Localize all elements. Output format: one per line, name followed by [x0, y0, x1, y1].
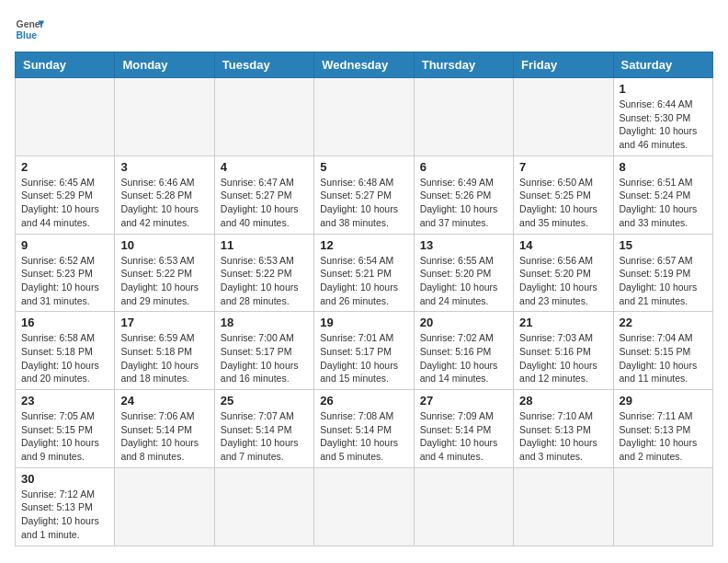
calendar-cell: 3Sunrise: 6:46 AM Sunset: 5:28 PM Daylig… — [115, 155, 214, 234]
day-info: Sunrise: 7:08 AM Sunset: 5:14 PM Dayligh… — [320, 409, 407, 464]
week-row-2: 2Sunrise: 6:45 AM Sunset: 5:29 PM Daylig… — [16, 155, 713, 234]
calendar-cell — [514, 467, 613, 546]
calendar-cell: 8Sunrise: 6:51 AM Sunset: 5:24 PM Daylig… — [613, 155, 712, 234]
weekday-tuesday: Tuesday — [214, 52, 313, 78]
calendar-cell: 1Sunrise: 6:44 AM Sunset: 5:30 PM Daylig… — [613, 78, 712, 156]
weekday-saturday: Saturday — [613, 52, 712, 78]
calendar-cell — [414, 467, 513, 546]
calendar-cell: 11Sunrise: 6:53 AM Sunset: 5:22 PM Dayli… — [214, 234, 313, 312]
day-info: Sunrise: 7:11 AM Sunset: 5:13 PM Dayligh… — [620, 409, 707, 464]
calendar-cell: 6Sunrise: 6:49 AM Sunset: 5:26 PM Daylig… — [414, 155, 513, 234]
weekday-wednesday: Wednesday — [314, 52, 414, 78]
day-info: Sunrise: 6:59 AM Sunset: 5:18 PM Dayligh… — [120, 331, 208, 385]
day-number: 5 — [320, 160, 407, 174]
day-info: Sunrise: 6:55 AM Sunset: 5:20 PM Dayligh… — [420, 254, 507, 308]
day-info: Sunrise: 7:04 AM Sunset: 5:15 PM Dayligh… — [620, 331, 707, 385]
calendar-cell: 16Sunrise: 6:58 AM Sunset: 5:18 PM Dayli… — [16, 312, 115, 390]
calendar-cell — [613, 467, 712, 546]
day-info: Sunrise: 6:56 AM Sunset: 5:20 PM Dayligh… — [519, 254, 607, 308]
calendar-cell — [214, 78, 313, 156]
day-info: Sunrise: 7:09 AM Sunset: 5:14 PM Dayligh… — [420, 409, 507, 464]
day-info: Sunrise: 6:51 AM Sunset: 5:24 PM Dayligh… — [620, 176, 707, 230]
calendar-cell: 29Sunrise: 7:11 AM Sunset: 5:13 PM Dayli… — [613, 390, 712, 468]
calendar-cell: 4Sunrise: 6:47 AM Sunset: 5:27 PM Daylig… — [214, 155, 313, 234]
calendar-cell: 21Sunrise: 7:03 AM Sunset: 5:16 PM Dayli… — [514, 312, 613, 390]
weekday-header-row: SundayMondayTuesdayWednesdayThursdayFrid… — [16, 52, 713, 78]
day-number: 3 — [120, 160, 208, 174]
weekday-friday: Friday — [514, 52, 613, 78]
calendar-cell — [514, 78, 613, 156]
day-number: 23 — [21, 394, 108, 408]
day-number: 24 — [120, 394, 208, 408]
day-info: Sunrise: 6:50 AM Sunset: 5:25 PM Dayligh… — [519, 176, 607, 230]
calendar-cell: 17Sunrise: 6:59 AM Sunset: 5:18 PM Dayli… — [115, 312, 214, 390]
calendar-cell: 7Sunrise: 6:50 AM Sunset: 5:25 PM Daylig… — [514, 155, 613, 234]
day-info: Sunrise: 6:49 AM Sunset: 5:26 PM Dayligh… — [420, 176, 507, 230]
calendar-cell: 5Sunrise: 6:48 AM Sunset: 5:27 PM Daylig… — [314, 155, 414, 234]
calendar-cell: 2Sunrise: 6:45 AM Sunset: 5:29 PM Daylig… — [16, 155, 115, 234]
day-number: 21 — [519, 316, 607, 329]
day-number: 6 — [420, 160, 507, 174]
header: General Blue — [15, 15, 713, 44]
calendar-cell — [414, 78, 513, 156]
calendar-cell: 20Sunrise: 7:02 AM Sunset: 5:16 PM Dayli… — [414, 312, 513, 390]
calendar-cell: 24Sunrise: 7:06 AM Sunset: 5:14 PM Dayli… — [115, 390, 214, 468]
weekday-sunday: Sunday — [16, 52, 115, 78]
day-number: 17 — [120, 316, 208, 329]
calendar-cell: 23Sunrise: 7:05 AM Sunset: 5:15 PM Dayli… — [16, 390, 115, 468]
day-info: Sunrise: 6:52 AM Sunset: 5:23 PM Dayligh… — [21, 254, 108, 308]
logo: General Blue — [15, 15, 44, 44]
day-info: Sunrise: 6:58 AM Sunset: 5:18 PM Dayligh… — [21, 331, 108, 385]
day-number: 12 — [320, 238, 407, 252]
day-number: 14 — [519, 238, 607, 252]
day-info: Sunrise: 7:00 AM Sunset: 5:17 PM Dayligh… — [221, 331, 308, 385]
day-info: Sunrise: 7:06 AM Sunset: 5:14 PM Dayligh… — [120, 409, 208, 464]
calendar-cell: 9Sunrise: 6:52 AM Sunset: 5:23 PM Daylig… — [16, 234, 115, 312]
day-info: Sunrise: 6:54 AM Sunset: 5:21 PM Dayligh… — [320, 254, 407, 308]
day-info: Sunrise: 6:53 AM Sunset: 5:22 PM Dayligh… — [120, 254, 208, 308]
logo-icon: General Blue — [15, 15, 44, 44]
calendar-cell: 25Sunrise: 7:07 AM Sunset: 5:14 PM Dayli… — [214, 390, 313, 468]
calendar-cell — [214, 467, 313, 546]
day-number: 4 — [221, 160, 308, 174]
day-info: Sunrise: 7:10 AM Sunset: 5:13 PM Dayligh… — [519, 409, 607, 464]
day-info: Sunrise: 6:46 AM Sunset: 5:28 PM Dayligh… — [120, 176, 208, 230]
weekday-thursday: Thursday — [414, 52, 513, 78]
day-number: 30 — [21, 472, 108, 486]
calendar-cell: 13Sunrise: 6:55 AM Sunset: 5:20 PM Dayli… — [414, 234, 513, 312]
calendar-cell: 12Sunrise: 6:54 AM Sunset: 5:21 PM Dayli… — [314, 234, 414, 312]
day-number: 18 — [221, 316, 308, 329]
day-number: 20 — [420, 316, 507, 329]
day-number: 7 — [519, 160, 607, 174]
day-info: Sunrise: 6:44 AM Sunset: 5:30 PM Dayligh… — [620, 98, 707, 152]
calendar-cell: 14Sunrise: 6:56 AM Sunset: 5:20 PM Dayli… — [514, 234, 613, 312]
day-number: 15 — [620, 238, 707, 252]
week-row-6: 30Sunrise: 7:12 AM Sunset: 5:13 PM Dayli… — [16, 467, 713, 546]
svg-text:Blue: Blue — [17, 30, 38, 40]
day-info: Sunrise: 7:07 AM Sunset: 5:14 PM Dayligh… — [221, 409, 308, 464]
day-number: 10 — [120, 238, 208, 252]
calendar-cell: 19Sunrise: 7:01 AM Sunset: 5:17 PM Dayli… — [314, 312, 414, 390]
calendar-cell: 27Sunrise: 7:09 AM Sunset: 5:14 PM Dayli… — [414, 390, 513, 468]
day-number: 2 — [21, 160, 108, 174]
day-number: 13 — [420, 238, 507, 252]
calendar-cell: 30Sunrise: 7:12 AM Sunset: 5:13 PM Dayli… — [16, 467, 115, 546]
day-number: 16 — [21, 316, 108, 329]
day-info: Sunrise: 7:03 AM Sunset: 5:16 PM Dayligh… — [519, 331, 607, 385]
week-row-3: 9Sunrise: 6:52 AM Sunset: 5:23 PM Daylig… — [16, 234, 713, 312]
day-info: Sunrise: 7:02 AM Sunset: 5:16 PM Dayligh… — [420, 331, 507, 385]
day-number: 9 — [21, 238, 108, 252]
day-number: 28 — [519, 394, 607, 408]
day-number: 1 — [620, 82, 707, 96]
calendar-cell: 15Sunrise: 6:57 AM Sunset: 5:19 PM Dayli… — [613, 234, 712, 312]
calendar-cell — [314, 78, 414, 156]
calendar-cell: 18Sunrise: 7:00 AM Sunset: 5:17 PM Dayli… — [214, 312, 313, 390]
day-info: Sunrise: 6:47 AM Sunset: 5:27 PM Dayligh… — [221, 176, 308, 230]
calendar-cell — [115, 467, 214, 546]
day-number: 8 — [620, 160, 707, 174]
week-row-1: 1Sunrise: 6:44 AM Sunset: 5:30 PM Daylig… — [16, 78, 713, 156]
day-info: Sunrise: 6:48 AM Sunset: 5:27 PM Dayligh… — [320, 176, 407, 230]
week-row-5: 23Sunrise: 7:05 AM Sunset: 5:15 PM Dayli… — [16, 390, 713, 468]
calendar-cell: 28Sunrise: 7:10 AM Sunset: 5:13 PM Dayli… — [514, 390, 613, 468]
calendar-cell: 26Sunrise: 7:08 AM Sunset: 5:14 PM Dayli… — [314, 390, 414, 468]
